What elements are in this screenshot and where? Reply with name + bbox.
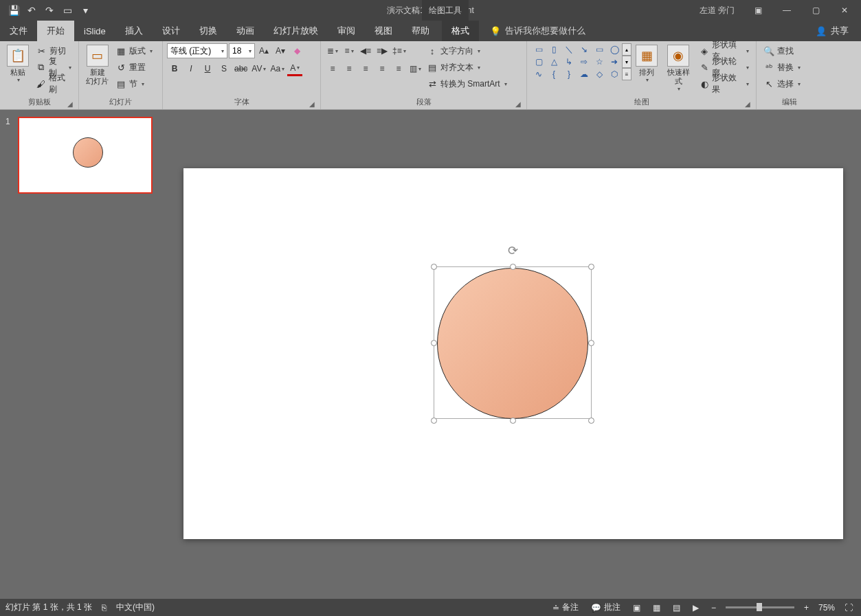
select-button[interactable]: ↖选择▾ bbox=[761, 76, 803, 91]
underline-button[interactable]: U bbox=[200, 61, 215, 76]
slide-counter[interactable]: 幻灯片 第 1 张，共 1 张 bbox=[5, 602, 92, 613]
notes-button[interactable]: ≐备注 bbox=[550, 602, 581, 613]
shape-line-icon[interactable]: ＼ bbox=[561, 43, 577, 56]
shape-triangle-icon[interactable]: △ bbox=[546, 56, 561, 68]
drawing-launcher[interactable]: ◢ bbox=[743, 100, 752, 109]
shape-oval-icon[interactable]: ◯ bbox=[607, 43, 622, 56]
slide-canvas-area[interactable]: ⟳ bbox=[168, 110, 861, 599]
comments-button[interactable]: 💬批注 bbox=[588, 602, 623, 613]
share-button[interactable]: 👤 共享 bbox=[816, 25, 861, 37]
slide-thumbnails-pane[interactable]: 1 bbox=[0, 110, 168, 599]
shape-bracket2-icon[interactable]: } bbox=[561, 68, 577, 80]
change-case-button[interactable]: Aa▾ bbox=[269, 61, 286, 76]
align-left-button[interactable]: ≡ bbox=[325, 61, 340, 76]
tab-review[interactable]: 审阅 bbox=[328, 21, 365, 41]
shape-arrow2-icon[interactable]: ⇨ bbox=[577, 56, 592, 68]
numbering-button[interactable]: ≡▾ bbox=[342, 43, 357, 58]
shape-bracket-icon[interactable]: { bbox=[546, 68, 561, 80]
shapes-scroll-up[interactable]: ▴ bbox=[622, 43, 631, 56]
ribbon-display-options[interactable]: ▣ bbox=[744, 1, 772, 20]
maximize-button[interactable]: ▢ bbox=[802, 1, 829, 20]
tab-slideshow[interactable]: 幻灯片放映 bbox=[264, 21, 328, 41]
tab-help[interactable]: 帮助 bbox=[402, 21, 439, 41]
new-slide-button[interactable]: ▭ 新建 幻灯片 bbox=[83, 43, 111, 87]
resize-handle-sw[interactable] bbox=[431, 418, 437, 424]
tab-transition[interactable]: 切换 bbox=[190, 21, 227, 41]
slide[interactable]: ⟳ bbox=[183, 168, 843, 539]
start-from-beginning-button[interactable]: ▭ bbox=[59, 2, 76, 19]
tab-animation[interactable]: 动画 bbox=[227, 21, 264, 41]
zoom-slider-thumb[interactable] bbox=[757, 603, 762, 611]
tab-home[interactable]: 开始 bbox=[37, 21, 74, 41]
format-painter-button[interactable]: 🖌格式刷 bbox=[33, 76, 74, 91]
paste-button[interactable]: 📋 粘贴 ▾ bbox=[4, 43, 32, 84]
resize-handle-nw[interactable] bbox=[431, 264, 437, 270]
collapse-ribbon-button[interactable]: ˄ bbox=[851, 604, 856, 613]
shape-more2-icon[interactable]: ⬡ bbox=[607, 68, 622, 80]
user-name[interactable]: 左道 旁门 bbox=[691, 5, 743, 16]
bold-button[interactable]: B bbox=[167, 61, 182, 76]
shape-callout-icon[interactable]: ☁ bbox=[577, 68, 592, 80]
resize-handle-w[interactable] bbox=[431, 340, 437, 346]
shape-curve-icon[interactable]: ∿ bbox=[531, 68, 546, 80]
zoom-level[interactable]: 75% bbox=[818, 603, 835, 613]
save-button[interactable]: 💾 bbox=[5, 2, 22, 19]
selected-shape[interactable]: ⟳ bbox=[434, 266, 592, 421]
qat-customize[interactable]: ▾ bbox=[77, 2, 93, 19]
align-right-button[interactable]: ≡ bbox=[358, 61, 373, 76]
oval-shape[interactable] bbox=[437, 268, 588, 419]
shadow-button[interactable]: S bbox=[216, 61, 232, 76]
clear-formatting-button[interactable]: ◆ bbox=[289, 43, 304, 58]
resize-handle-se[interactable] bbox=[588, 418, 594, 424]
shape-rect-icon[interactable]: ▭ bbox=[592, 43, 607, 56]
zoom-out-button[interactable]: − bbox=[708, 603, 719, 613]
tab-insert[interactable]: 插入 bbox=[115, 21, 153, 41]
text-direction-button[interactable]: ↕文字方向▾ bbox=[424, 43, 510, 58]
tab-file[interactable]: 文件 bbox=[0, 21, 37, 41]
normal-view-button[interactable]: ▣ bbox=[630, 603, 643, 613]
quick-styles-button[interactable]: ◉ 快速样式 ▾ bbox=[662, 43, 695, 93]
distributed-button[interactable]: ≡ bbox=[391, 61, 406, 76]
line-spacing-button[interactable]: ‡≡▾ bbox=[391, 43, 407, 58]
strikethrough-button[interactable]: abc bbox=[233, 61, 249, 76]
char-spacing-button[interactable]: AV▾ bbox=[250, 61, 267, 76]
rotate-handle[interactable]: ⟳ bbox=[508, 243, 518, 258]
font-family-combo[interactable]: 等线 (正文)▾ bbox=[167, 43, 227, 58]
tab-view[interactable]: 视图 bbox=[365, 21, 402, 41]
font-launcher[interactable]: ◢ bbox=[308, 100, 316, 109]
font-color-button[interactable]: A▾ bbox=[287, 61, 302, 76]
zoom-in-button[interactable]: + bbox=[801, 603, 812, 613]
zoom-slider[interactable] bbox=[726, 606, 794, 608]
shape-connector-icon[interactable]: ↳ bbox=[561, 56, 577, 68]
shapes-gallery[interactable]: ▭ ▯ ＼ ↘ ▭ ◯ ▢ △ ↳ ⇨ ☆ ➜ ∿ { } ☁ ◇ bbox=[531, 43, 622, 80]
shapes-scroll-down[interactable]: ▾ bbox=[622, 56, 631, 68]
reading-view-button[interactable]: ▤ bbox=[670, 603, 683, 613]
shape-arrow3-icon[interactable]: ➜ bbox=[607, 56, 622, 68]
shape-star-icon[interactable]: ☆ bbox=[592, 56, 607, 68]
close-button[interactable]: ✕ bbox=[831, 1, 858, 20]
undo-button[interactable]: ↶ bbox=[23, 2, 40, 19]
resize-handle-n[interactable] bbox=[510, 264, 516, 270]
paragraph-launcher[interactable]: ◢ bbox=[514, 100, 522, 109]
tab-islide[interactable]: iSlide bbox=[74, 21, 115, 41]
slide-thumbnail-1[interactable] bbox=[18, 117, 153, 194]
shape-more1-icon[interactable]: ◇ bbox=[592, 68, 607, 80]
tab-format[interactable]: 格式 bbox=[442, 21, 479, 41]
shape-roundrect-icon[interactable]: ▢ bbox=[531, 56, 546, 68]
tab-design[interactable]: 设计 bbox=[153, 21, 190, 41]
align-text-button[interactable]: ▤对齐文本▾ bbox=[424, 60, 510, 75]
arrange-button[interactable]: ▦ 排列 ▾ bbox=[633, 43, 660, 84]
justify-button[interactable]: ≡ bbox=[374, 61, 390, 76]
increase-indent-button[interactable]: ≡▶ bbox=[374, 43, 390, 58]
bullets-button[interactable]: ≣▾ bbox=[325, 43, 340, 58]
replace-button[interactable]: ᵃᵇ替换▾ bbox=[761, 60, 803, 75]
shape-arrow-icon[interactable]: ↘ bbox=[577, 43, 592, 56]
slide-sorter-button[interactable]: ▦ bbox=[650, 603, 663, 613]
resize-handle-s[interactable] bbox=[510, 418, 516, 424]
shape-effects-button[interactable]: ◐形状效果▾ bbox=[697, 76, 752, 91]
redo-button[interactable]: ↷ bbox=[41, 2, 58, 19]
tell-me-search[interactable]: 💡 告诉我你想要做什么 bbox=[479, 25, 585, 37]
minimize-button[interactable]: — bbox=[773, 1, 801, 20]
slideshow-view-button[interactable]: ▶ bbox=[690, 603, 702, 613]
convert-smartart-button[interactable]: ⇄转换为 SmartArt▾ bbox=[424, 76, 510, 91]
